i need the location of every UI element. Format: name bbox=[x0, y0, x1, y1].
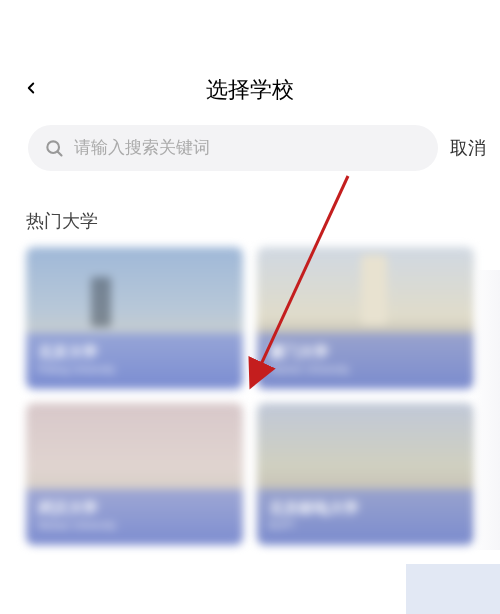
cancel-button[interactable]: 取消 bbox=[450, 136, 486, 160]
search-row: 取消 bbox=[0, 125, 500, 171]
back-icon[interactable] bbox=[22, 79, 40, 101]
school-sub: Xiamen University bbox=[269, 364, 462, 375]
school-card[interactable]: 北京大学 Peking University bbox=[26, 247, 243, 389]
school-name: 武汉大学 bbox=[38, 499, 231, 518]
search-input[interactable] bbox=[74, 138, 422, 158]
school-overlay: 北京大学 Peking University bbox=[26, 333, 243, 389]
school-sub: Wuhan University bbox=[38, 520, 231, 531]
school-overlay: 武汉大学 Wuhan University bbox=[26, 489, 243, 545]
popular-grid: 北京大学 Peking University 厦门大学 Xiamen Unive… bbox=[0, 247, 500, 545]
school-name: 厦门大学 bbox=[269, 343, 462, 362]
school-card[interactable]: 武汉大学 Wuhan University bbox=[26, 403, 243, 545]
search-box[interactable] bbox=[28, 125, 438, 171]
school-sub: BUPT bbox=[269, 520, 462, 531]
search-icon bbox=[44, 138, 64, 158]
svg-line-1 bbox=[58, 152, 62, 156]
header: 选择学校 bbox=[0, 0, 500, 125]
corner-block bbox=[406, 564, 500, 614]
school-name: 北京邮电大学 bbox=[269, 499, 462, 518]
school-card[interactable]: 厦门大学 Xiamen University bbox=[257, 247, 474, 389]
school-overlay: 北京邮电大学 BUPT bbox=[257, 489, 474, 545]
school-sub: Peking University bbox=[38, 364, 231, 375]
side-fade bbox=[470, 270, 500, 550]
school-overlay: 厦门大学 Xiamen University bbox=[257, 333, 474, 389]
school-name: 北京大学 bbox=[38, 343, 231, 362]
school-card[interactable]: 北京邮电大学 BUPT bbox=[257, 403, 474, 545]
section-title-popular: 热门大学 bbox=[0, 171, 500, 247]
page-title: 选择学校 bbox=[20, 75, 480, 105]
